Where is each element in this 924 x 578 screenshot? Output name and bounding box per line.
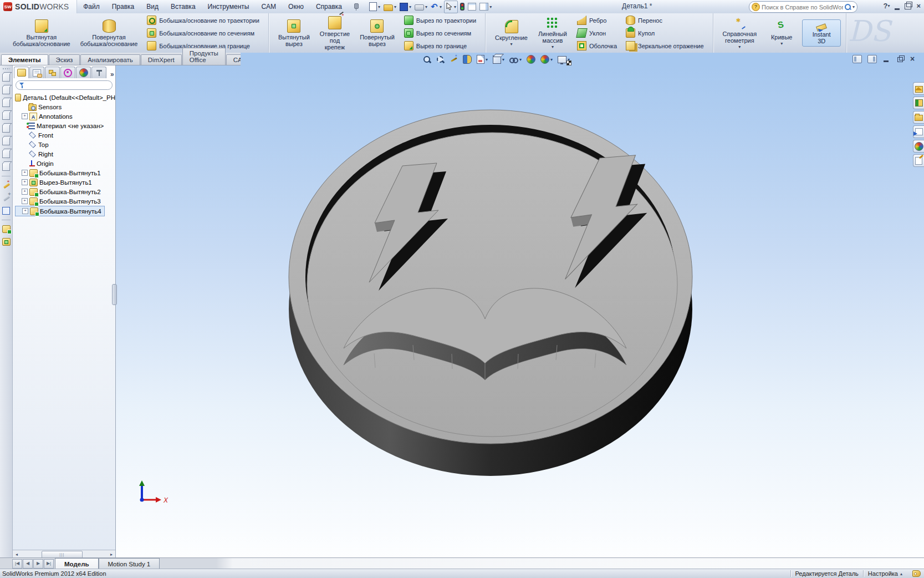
lofted-boss-button[interactable]: Бобышка/основание по сечениям bbox=[145, 28, 261, 38]
sketch-button[interactable] bbox=[1, 180, 11, 190]
dropdown-arrow-icon[interactable]: ▾ bbox=[780, 41, 783, 46]
boundary-cut-button[interactable]: Вырез по границе bbox=[402, 40, 478, 51]
display-style-button[interactable]: ▾ bbox=[492, 55, 505, 64]
undo-button[interactable]: ↶▾ bbox=[430, 2, 443, 12]
smart-dimension-button[interactable] bbox=[1, 193, 11, 203]
view-trimetric-button[interactable] bbox=[1, 162, 11, 172]
expand-icon[interactable]: + bbox=[22, 198, 28, 204]
dropdown-arrow-icon[interactable]: ▾ bbox=[550, 57, 553, 62]
view-back-button[interactable] bbox=[1, 85, 11, 95]
expand-icon[interactable]: + bbox=[22, 113, 28, 119]
tab-dimxpertmanager[interactable] bbox=[60, 67, 75, 78]
panel-splitter-handle[interactable] bbox=[112, 284, 117, 305]
configuration-status-button[interactable]: Настройка▴ bbox=[868, 570, 902, 577]
tab-model[interactable]: Модель bbox=[55, 558, 99, 569]
taskpane-view-palette-button[interactable] bbox=[913, 125, 924, 138]
graphics-viewport[interactable]: X bbox=[116, 65, 924, 558]
expand-icon[interactable]: + bbox=[22, 170, 28, 176]
extruded-boss-small-button[interactable] bbox=[1, 224, 11, 234]
curves-button[interactable]: Кривые▾ bbox=[762, 18, 801, 48]
revolved-boss-button[interactable]: Повернутая бобышка/основание bbox=[76, 17, 142, 49]
tree-item-front-plane[interactable]: Front bbox=[15, 130, 115, 140]
scroll-right-icon[interactable]: ▸ bbox=[108, 551, 115, 558]
extruded-cut-small-button[interactable] bbox=[1, 237, 11, 247]
taskpane-solidworks-resources-button[interactable] bbox=[913, 82, 924, 95]
linear-pattern-button[interactable]: Линейный массив▾ bbox=[533, 15, 572, 52]
tree-item-origin[interactable]: Origin bbox=[15, 159, 115, 168]
dropdown-arrow-icon[interactable]: ▾ bbox=[378, 4, 380, 9]
view-top-button[interactable] bbox=[1, 124, 11, 134]
tree-item-material[interactable]: Материал <не указан> bbox=[15, 121, 115, 130]
view-front-button[interactable] bbox=[1, 73, 11, 83]
swept-cut-button[interactable]: Вырез по траектории bbox=[402, 15, 478, 26]
tab-motion-study-1[interactable]: Motion Study 1 bbox=[99, 558, 160, 569]
close-doc-button[interactable]: × bbox=[910, 55, 918, 63]
restore-button[interactable] bbox=[905, 3, 911, 9]
view-isometric-button[interactable] bbox=[1, 149, 11, 159]
tree-item-top-plane[interactable]: Top bbox=[15, 140, 115, 149]
apply-scene-button[interactable]: ▾ bbox=[540, 54, 553, 64]
tree-item-right-plane[interactable]: Right bbox=[15, 149, 115, 159]
options-button[interactable]: ▾ bbox=[478, 2, 493, 12]
select-button[interactable]: ▾ bbox=[444, 1, 458, 13]
tab-features[interactable]: Элементы bbox=[1, 54, 48, 65]
tab-configurationmanager[interactable] bbox=[45, 67, 60, 78]
scrollbar-track[interactable]: ||| bbox=[21, 551, 108, 558]
edit-appearance-button[interactable] bbox=[526, 54, 536, 64]
open-document-button[interactable]: ▾ bbox=[382, 2, 397, 12]
previous-view-button[interactable] bbox=[449, 55, 458, 64]
tab-dimxpert[interactable]: DimXpert bbox=[141, 54, 182, 65]
tree-item-boss-extrude2[interactable]: +Бобышка-Вытянуть2 bbox=[15, 187, 115, 196]
dropdown-arrow-icon[interactable]: ▾ bbox=[502, 57, 504, 62]
tree-item-sensors[interactable]: Sensors bbox=[15, 102, 115, 111]
tab-propertymanager[interactable] bbox=[29, 67, 44, 78]
move-button[interactable]: Перенос bbox=[624, 15, 706, 26]
search-input[interactable] bbox=[760, 4, 845, 11]
restore-doc-button[interactable] bbox=[896, 55, 905, 63]
instant-3d-button[interactable]: Instant 3D bbox=[802, 19, 841, 47]
tree-item-boss-extrude4[interactable]: +Бобышка-Вытянуть4 bbox=[15, 206, 105, 216]
mirror-button[interactable]: Зеркальное отражение bbox=[624, 40, 706, 51]
menu-edit[interactable]: Правка bbox=[106, 1, 141, 13]
reference-geometry-button[interactable]: Справочная геометрия▾ bbox=[718, 15, 762, 52]
lofted-cut-button[interactable]: Вырез по сечениям bbox=[402, 28, 478, 38]
convert-entities-button[interactable] bbox=[1, 206, 11, 216]
view-left-button[interactable] bbox=[1, 98, 11, 108]
dropdown-arrow-icon[interactable]: ▾ bbox=[409, 4, 411, 9]
tab-featuremanager[interactable] bbox=[14, 67, 29, 78]
pane-left-button[interactable] bbox=[852, 55, 862, 63]
taskpane-appearances-scenes-button[interactable] bbox=[913, 140, 924, 153]
dropdown-arrow-icon[interactable]: ▾ bbox=[394, 4, 396, 9]
tab-evaluate[interactable]: Анализировать bbox=[80, 54, 140, 65]
expand-icon[interactable]: + bbox=[22, 189, 28, 195]
dome-button[interactable]: Купол bbox=[624, 28, 706, 38]
dropdown-arrow-icon[interactable]: ▾ bbox=[486, 57, 488, 62]
tree-item-annotations[interactable]: +Annotations bbox=[15, 111, 115, 121]
feature-tree-filter[interactable] bbox=[16, 80, 113, 90]
tree-item-cut-extrude1[interactable]: +Вырез-Вытянуть1 bbox=[15, 178, 115, 187]
dropdown-arrow-icon[interactable]: ▾ bbox=[738, 44, 741, 49]
tab-nav-prev-button[interactable]: ◀ bbox=[23, 559, 33, 569]
rib-button[interactable]: Ребро bbox=[575, 15, 619, 26]
dropdown-arrow-icon[interactable]: ▾ bbox=[510, 42, 512, 47]
expand-icon[interactable]: + bbox=[22, 179, 28, 185]
toolbar-grip[interactable] bbox=[2, 68, 10, 70]
tree-root-part[interactable]: Деталь1 (Default<<Default>_PH bbox=[15, 93, 115, 102]
tab-sketch[interactable]: Эскиз bbox=[49, 54, 80, 65]
dropdown-arrow-icon[interactable]: ▾ bbox=[425, 4, 427, 9]
taskpane-design-library-button[interactable] bbox=[913, 97, 924, 109]
tab-nav-first-button[interactable]: |◀ bbox=[12, 559, 22, 569]
menu-window[interactable]: Окно bbox=[282, 1, 310, 13]
pin-menu-icon[interactable] bbox=[351, 3, 359, 11]
minimize-button[interactable] bbox=[895, 8, 900, 10]
view-bottom-button[interactable] bbox=[1, 136, 11, 146]
save-button[interactable]: ▾ bbox=[399, 2, 412, 12]
revolved-cut-button[interactable]: Повернутый вырез bbox=[355, 17, 399, 49]
tree-horizontal-scrollbar[interactable]: ◂ ||| ▸ bbox=[13, 550, 115, 558]
more-tabs-icon[interactable]: » bbox=[110, 70, 114, 78]
expand-icon[interactable]: + bbox=[22, 208, 28, 214]
dropdown-arrow-icon[interactable]: ▾ bbox=[519, 57, 522, 62]
view-orientation-button[interactable]: ▾ bbox=[476, 54, 488, 64]
pane-right-button[interactable] bbox=[867, 55, 877, 63]
zoom-to-area-button[interactable] bbox=[436, 55, 445, 64]
